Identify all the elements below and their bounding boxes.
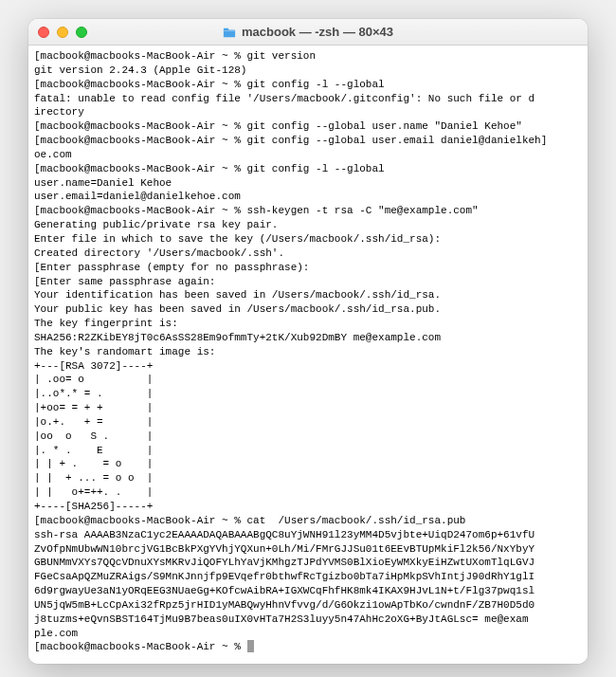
- terminal-line: ssh-rsa AAAAB3NzaC1yc2EAAAADAQABAAABgQC8…: [34, 528, 582, 542]
- terminal-line: fatal: unable to read config file '/User…: [34, 92, 582, 106]
- terminal-line: |. * . E |: [34, 444, 582, 458]
- terminal-line: [Enter passphrase (empty for no passphra…: [34, 261, 582, 275]
- terminal-line: |oo o S . |: [34, 430, 582, 444]
- terminal-line: UN5jqW5mB+LcCpAxi32fRpz5jrHID1yMABQwyHhn…: [34, 598, 582, 613]
- terminal-line: [macbook@macbooks-MacBook-Air ~ % git ve…: [34, 49, 582, 64]
- terminal-line: | | + ... = o o |: [34, 471, 582, 485]
- terminal-line: [macbook@macbooks-MacBook-Air ~ % git co…: [34, 162, 582, 176]
- terminal-line: 6d9rgwayUe3aN1yORqEEG3NUaeGg+KOfcwAibRA+…: [34, 584, 582, 598]
- svg-rect-1: [224, 27, 228, 30]
- traffic-lights: [38, 27, 87, 38]
- terminal-line: [Enter same passphrase again:: [34, 275, 582, 289]
- terminal-line: GBUNMmVXYs7QQcVDnuXYsMKRvJiQOFYLhYaVjKMh…: [34, 556, 582, 570]
- terminal-line: Created directory '/Users/macbook/.ssh'.: [34, 247, 582, 261]
- terminal-line: |..o*.* = . |: [34, 387, 582, 401]
- terminal-line: [macbook@macbooks-MacBook-Air ~ % git co…: [34, 78, 582, 92]
- terminal-line: | | + . = o |: [34, 457, 582, 471]
- terminal-output[interactable]: [macbook@macbooks-MacBook-Air ~ % git ve…: [28, 46, 588, 664]
- terminal-line: ZvOfpNmUbwWN10brcjVG1BcBkPXgYVhjYQXun+0L…: [34, 542, 582, 557]
- terminal-line: ple.com: [34, 627, 582, 641]
- terminal-line: SHA256:R2ZKibEY8jT0c6AsSS28Em9ofmmTy+2tK…: [34, 331, 582, 345]
- terminal-line: |o.+. + = |: [34, 415, 582, 430]
- terminal-line: j8tuzms+eQvnSBST164TjMu9B7beas0uIX0vHTa7…: [34, 613, 582, 627]
- terminal-line: irectory: [34, 105, 582, 119]
- terminal-line: user.name=Daniel Kehoe: [34, 176, 582, 191]
- zoom-icon[interactable]: [76, 27, 87, 38]
- terminal-line: Your identification has been saved in /U…: [34, 288, 582, 302]
- terminal-line: Your public key has been saved in /Users…: [34, 302, 582, 317]
- terminal-line: +---[RSA 3072]----+: [34, 359, 582, 374]
- terminal-line: The key's randomart image is:: [34, 345, 582, 359]
- terminal-line: | .oo= o |: [34, 373, 582, 387]
- minimize-icon[interactable]: [57, 27, 68, 38]
- svg-rect-2: [224, 30, 235, 31]
- cursor-icon: [247, 640, 254, 652]
- terminal-line: git version 2.24.3 (Apple Git-128): [34, 64, 582, 78]
- terminal-line: | | o+=++. . |: [34, 485, 582, 500]
- terminal-line: [macbook@macbooks-MacBook-Air ~ % ssh-ke…: [34, 204, 582, 218]
- window-title-text: macbook — -zsh — 80×43: [242, 25, 393, 39]
- terminal-line: [macbook@macbooks-MacBook-Air ~ % git co…: [34, 134, 582, 148]
- terminal-line: user.email=daniel@danielkehoe.com: [34, 190, 582, 204]
- terminal-line: oe.com: [34, 148, 582, 162]
- close-icon[interactable]: [38, 27, 49, 38]
- terminal-line: Enter file in which to save the key (/Us…: [34, 232, 582, 247]
- terminal-line: [macbook@macbooks-MacBook-Air ~ % git co…: [34, 119, 582, 134]
- terminal-line: +----[SHA256]-----+: [34, 500, 582, 514]
- terminal-line: The key fingerprint is:: [34, 317, 582, 331]
- window-titlebar[interactable]: macbook — -zsh — 80×43: [28, 19, 588, 46]
- terminal-line: |+oo= = + + |: [34, 401, 582, 415]
- terminal-line: FGeCsaApQZMuZRAigs/S9MnKJnnjfp9EVqefr0bt…: [34, 570, 582, 584]
- home-folder-icon: [223, 26, 236, 39]
- terminal-window: macbook — -zsh — 80×43 [macbook@macbooks…: [28, 19, 588, 664]
- terminal-line: [macbook@macbooks-MacBook-Air ~ % cat /U…: [34, 514, 582, 528]
- terminal-line: Generating public/private rsa key pair.: [34, 218, 582, 232]
- window-title: macbook — -zsh — 80×43: [38, 25, 578, 39]
- terminal-line: [macbook@macbooks-MacBook-Air ~ %: [34, 640, 582, 654]
